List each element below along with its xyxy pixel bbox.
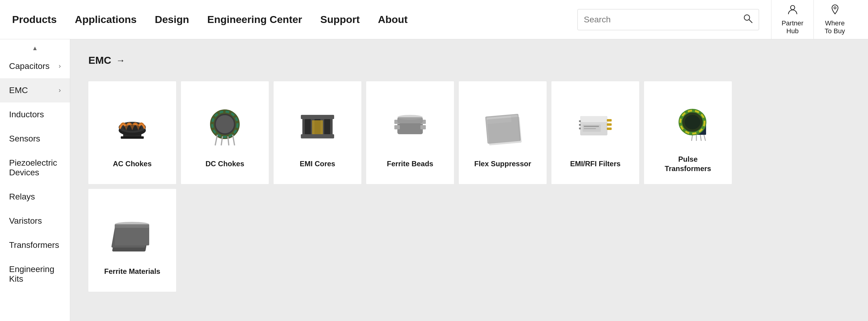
sidebar-item-capacitors[interactable]: Capacitors › — [0, 54, 70, 78]
svg-point-8 — [123, 125, 141, 131]
svg-rect-36 — [580, 116, 608, 122]
svg-rect-23 — [312, 120, 323, 134]
product-card-emi-cores[interactable]: EMI Cores — [274, 81, 361, 184]
sidebar-label-transformers: Transformers — [9, 240, 59, 250]
where-to-buy-button[interactable]: WhereTo Buy — [813, 0, 856, 39]
product-card-ferrite-materials[interactable]: Ferrite Materials — [88, 189, 176, 292]
section-title[interactable]: EMC → — [88, 55, 850, 66]
product-label-emi-rfi-filters: EMI/RFI Filters — [570, 159, 621, 168]
svg-rect-22 — [301, 134, 334, 138]
sidebar: ▲ Capacitors › EMC › Inductors Sensors P… — [0, 39, 70, 321]
svg-rect-21 — [301, 115, 334, 119]
product-grid-row1: AC Chokes — [88, 81, 850, 184]
svg-line-50 — [700, 135, 701, 141]
header: Products Applications Design Engineering… — [0, 0, 868, 39]
product-card-emi-rfi-filters[interactable]: EMI/RFI Filters — [551, 81, 639, 184]
chevron-right-icon: › — [59, 62, 61, 70]
nav-support[interactable]: Support — [320, 13, 360, 25]
section-arrow-icon: → — [116, 55, 125, 66]
product-label-ferrite-beads: Ferrite Beads — [387, 159, 433, 168]
svg-rect-26 — [394, 125, 400, 129]
svg-rect-5 — [121, 136, 144, 139]
main-nav: Products Applications Design Engineering… — [12, 13, 578, 25]
product-card-flex-suppressor[interactable]: Flex Suppressor — [459, 81, 547, 184]
sidebar-item-varistors[interactable]: Varistors — [0, 209, 70, 233]
section-title-text: EMC — [88, 55, 112, 66]
sidebar-item-inductors[interactable]: Inductors — [0, 103, 70, 127]
product-image-pulse-transformers — [661, 94, 715, 148]
sidebar-item-sensors[interactable]: Sensors — [0, 127, 70, 151]
svg-rect-20 — [324, 119, 330, 135]
product-card-dc-chokes[interactable]: DC Chokes — [181, 81, 269, 184]
svg-rect-45 — [584, 128, 596, 129]
product-card-ferrite-beads[interactable]: Ferrite Beads — [366, 81, 454, 184]
product-image-dc-chokes — [198, 99, 252, 153]
scroll-up-indicator: ▲ — [0, 42, 70, 54]
product-image-ferrite-beads — [383, 99, 437, 153]
product-grid-row2: Ferrite Materials — [88, 189, 850, 292]
svg-line-16 — [233, 135, 235, 145]
svg-rect-39 — [607, 128, 612, 130]
sidebar-item-emc[interactable]: EMC › — [0, 78, 70, 103]
person-icon — [787, 4, 798, 17]
search-container — [578, 9, 759, 30]
svg-point-3 — [834, 7, 836, 9]
where-to-buy-label: WhereTo Buy — [825, 19, 845, 35]
sidebar-label-sensors: Sensors — [9, 134, 40, 144]
search-button[interactable] — [743, 13, 753, 26]
svg-rect-44 — [584, 126, 599, 127]
product-label-ferrite-materials: Ferrite Materials — [104, 266, 160, 276]
product-label-ac-chokes: AC Chokes — [113, 159, 152, 168]
product-card-pulse-transformers[interactable]: PulseTransformers — [644, 81, 732, 184]
sidebar-item-engineering-kits[interactable]: Engineering Kits — [0, 257, 70, 291]
sidebar-item-transformers[interactable]: Transformers — [0, 233, 70, 257]
product-image-emi-rfi-filters — [568, 99, 623, 153]
nav-about[interactable]: About — [378, 13, 408, 25]
svg-rect-37 — [607, 119, 612, 121]
content-area: EMC → — [70, 39, 868, 321]
sidebar-label-engineering-kits: Engineering Kits — [9, 264, 61, 284]
svg-point-60 — [115, 222, 149, 227]
sidebar-label-varistors: Varistors — [9, 216, 42, 226]
header-actions: PartnerHub WhereTo Buy — [771, 0, 856, 39]
sidebar-label-inductors: Inductors — [9, 110, 44, 119]
sidebar-item-relays[interactable]: Relays — [0, 185, 70, 209]
product-label-pulse-transformers: PulseTransformers — [664, 154, 711, 173]
product-image-flex-suppressor — [475, 99, 530, 153]
product-label-emi-cores: EMI Cores — [300, 159, 335, 168]
product-label-flex-suppressor: Flex Suppressor — [474, 159, 531, 168]
svg-rect-18 — [305, 119, 311, 135]
svg-rect-28 — [421, 125, 426, 129]
main-container: ▲ Capacitors › EMC › Inductors Sensors P… — [0, 39, 868, 321]
svg-rect-41 — [579, 124, 581, 126]
svg-point-30 — [397, 115, 423, 120]
partner-hub-button[interactable]: PartnerHub — [771, 0, 813, 39]
svg-point-2 — [790, 5, 795, 10]
search-input[interactable] — [584, 15, 743, 25]
sidebar-label-emc: EMC — [9, 85, 28, 95]
svg-rect-34 — [487, 117, 522, 145]
svg-line-48 — [691, 135, 692, 141]
sidebar-item-piezoelectric[interactable]: Piezoelectric Devices — [0, 151, 70, 185]
chevron-right-icon-emc: › — [59, 86, 61, 94]
product-image-ferrite-materials — [105, 206, 159, 260]
svg-rect-40 — [579, 120, 581, 122]
svg-point-55 — [685, 115, 700, 129]
sidebar-label-capacitors: Capacitors — [9, 61, 50, 71]
svg-line-1 — [749, 20, 752, 23]
nav-applications[interactable]: Applications — [75, 13, 136, 25]
partner-hub-label: PartnerHub — [781, 19, 803, 35]
nav-engineering-center[interactable]: Engineering Center — [207, 13, 302, 25]
svg-line-13 — [215, 135, 217, 145]
product-label-dc-chokes: DC Chokes — [206, 159, 244, 168]
location-icon — [830, 4, 840, 17]
svg-line-51 — [704, 135, 706, 141]
nav-products[interactable]: Products — [12, 13, 57, 25]
product-card-ac-chokes[interactable]: AC Chokes — [88, 81, 176, 184]
nav-design[interactable]: Design — [155, 13, 189, 25]
sidebar-label-piezoelectric: Piezoelectric Devices — [9, 158, 61, 177]
product-image-emi-cores — [290, 99, 345, 153]
sidebar-label-relays: Relays — [9, 192, 35, 202]
svg-rect-38 — [607, 123, 612, 126]
svg-rect-42 — [579, 128, 581, 129]
